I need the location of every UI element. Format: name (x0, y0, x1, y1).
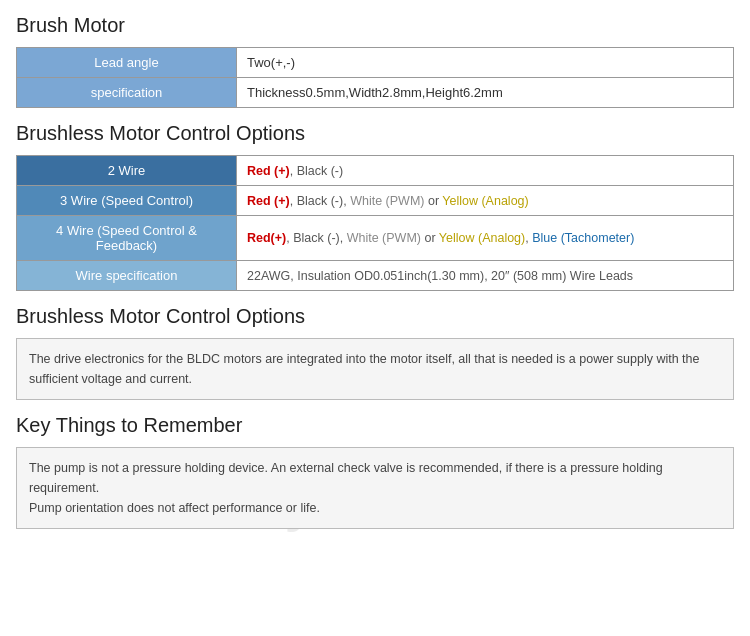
wire-spec-label: Wire specification (17, 261, 237, 291)
red-text: Red(+) (247, 231, 286, 245)
red-text: Red (+) (247, 164, 290, 178)
lead-angle-label: Lead angle (17, 48, 237, 78)
lead-angle-value: Two(+,-) (237, 48, 734, 78)
brush-motor-table: Lead angle Two(+,-) specification Thickn… (16, 47, 734, 108)
brushless-info-title: Brushless Motor Control Options (16, 305, 734, 330)
white-text: White (PWM) (350, 194, 424, 208)
2wire-label: 2 Wire (17, 156, 237, 186)
black-text: Black (-) (293, 231, 340, 245)
2wire-value: Red (+), Black (-) (237, 156, 734, 186)
specification-label: specification (17, 78, 237, 108)
table-row: Lead angle Two(+,-) (17, 48, 734, 78)
wire-spec-value: 22AWG, Insulation OD0.051inch(1.30 mm), … (237, 261, 734, 291)
key-things-title: Key Things to Remember (16, 414, 734, 439)
yellow-text: Yellow (Analog) (442, 194, 528, 208)
black-text: Black (-) (297, 164, 344, 178)
red-text: Red (+) (247, 194, 290, 208)
table-row: specification Thickness0.5mm,Width2.8mm,… (17, 78, 734, 108)
white-text: White (PWM) (347, 231, 421, 245)
table-row: 4 Wire (Speed Control & Feedback) Red(+)… (17, 216, 734, 261)
specification-value: Thickness0.5mm,Width2.8mm,Height6.2mm (237, 78, 734, 108)
table-row: 3 Wire (Speed Control) Red (+), Black (-… (17, 186, 734, 216)
key-things-line-2: Pump orientation does not affect perform… (29, 498, 721, 518)
3wire-value: Red (+), Black (-), White (PWM) or Yello… (237, 186, 734, 216)
3wire-label: 3 Wire (Speed Control) (17, 186, 237, 216)
4wire-value: Red(+), Black (-), White (PWM) or Yellow… (237, 216, 734, 261)
yellow-text: Yellow (Analog) (439, 231, 525, 245)
brush-motor-title: Brush Motor (16, 14, 734, 39)
key-things-line-1: The pump is not a pressure holding devic… (29, 458, 721, 498)
4wire-label: 4 Wire (Speed Control & Feedback) (17, 216, 237, 261)
brushless-info-text: The drive electronics for the BLDC motor… (29, 349, 721, 389)
key-things-box: The pump is not a pressure holding devic… (16, 447, 734, 529)
brushless-info-box: The drive electronics for the BLDC motor… (16, 338, 734, 400)
blue-text: Blue (Tachometer) (532, 231, 634, 245)
table-row: Wire specification 22AWG, Insulation OD0… (17, 261, 734, 291)
brushless-control-table-title: Brushless Motor Control Options (16, 122, 734, 147)
table-row: 2 Wire Red (+), Black (-) (17, 156, 734, 186)
brushless-control-table: 2 Wire Red (+), Black (-) 3 Wire (Speed … (16, 155, 734, 291)
black-text: Black (-) (297, 194, 344, 208)
